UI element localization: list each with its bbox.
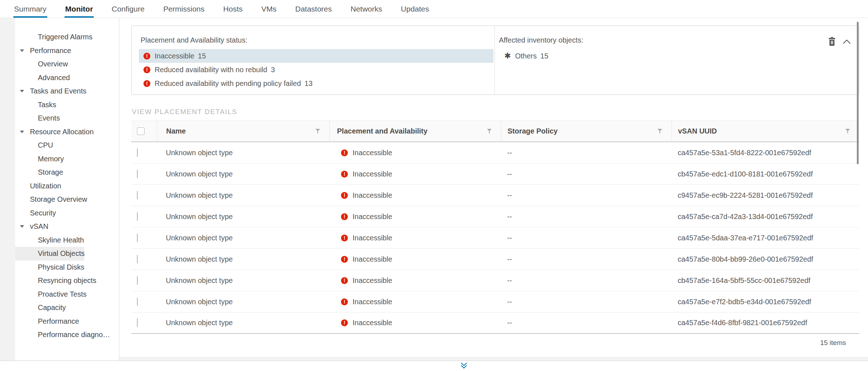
- tab-vms[interactable]: VMs: [261, 0, 277, 18]
- vsan-uuid: cb457a5e-164a-5bf5-55cc-001e67592edf: [672, 276, 859, 285]
- sidebar-item-proactive-tests[interactable]: Proactive Tests: [15, 288, 84, 301]
- object-name: Unknown object type: [157, 319, 329, 327]
- table-row[interactable]: Unknown object type Inaccessible -- ca45…: [131, 206, 859, 227]
- sidebar-item-performance-diagnostics[interactable]: Performance diagno…: [15, 328, 84, 342]
- tab-configure[interactable]: Configure: [111, 0, 145, 18]
- affected-row-others[interactable]: ✱ Others 15: [497, 49, 859, 63]
- table-row[interactable]: Unknown object type Inaccessible -- cb45…: [131, 270, 859, 291]
- sidebar-item-storage-overview[interactable]: Storage Overview: [15, 193, 84, 206]
- table-row[interactable]: Unknown object type Inaccessible -- ca45…: [131, 227, 859, 249]
- trash-icon[interactable]: [828, 37, 836, 46]
- sidebar-item-label: Tasks: [38, 101, 56, 109]
- sidebar-item-cpu[interactable]: CPU: [15, 139, 84, 152]
- double-chevron-down-icon[interactable]: [460, 362, 468, 371]
- sidebar-item-label: Physical Disks: [38, 263, 84, 271]
- table-row[interactable]: Unknown object type Inaccessible -- ca45…: [131, 249, 859, 270]
- row-checkbox[interactable]: [137, 212, 138, 221]
- row-checkbox[interactable]: [137, 318, 138, 327]
- sidebar-item-storage[interactable]: Storage: [15, 166, 84, 179]
- sidebar-item-label: Triggered Alarms: [38, 33, 93, 41]
- sidebar-item-advanced[interactable]: Advanced: [15, 71, 84, 85]
- status-row-inaccessible[interactable]: Inaccessible 15: [139, 49, 493, 63]
- status-label: Inaccessible: [155, 52, 194, 60]
- left-gutter: [0, 18, 15, 361]
- sidebar-item-tasks-and-events[interactable]: Tasks and Events: [15, 84, 84, 98]
- vertical-scrollbar-thumb[interactable]: [857, 22, 859, 164]
- sidebar-item-physical-disks[interactable]: Physical Disks: [15, 261, 84, 274]
- sidebar-item-vsan-performance[interactable]: Performance: [15, 315, 84, 328]
- sidebar-item-tasks[interactable]: Tasks: [15, 98, 84, 112]
- vsan-uuid: ca457a5e-e7f2-bdb5-e34d-001e67592edf: [672, 298, 859, 306]
- collapse-panel-chevron-icon[interactable]: [843, 39, 851, 44]
- row-checkbox[interactable]: [137, 233, 138, 242]
- caret-down-icon[interactable]: [20, 131, 24, 133]
- sidebar-item-utilization[interactable]: Utilization: [15, 179, 84, 193]
- placement-status-panel: Placement and Availability status: Inacc…: [131, 26, 859, 95]
- caret-down-icon[interactable]: [20, 225, 24, 228]
- select-all-checkbox[interactable]: [137, 127, 145, 135]
- sidebar-item-memory[interactable]: Memory: [15, 152, 84, 166]
- placement-status: Inaccessible: [353, 149, 392, 157]
- tab-permissions[interactable]: Permissions: [163, 0, 205, 18]
- row-checkbox[interactable]: [137, 170, 138, 178]
- row-checkbox[interactable]: [137, 148, 138, 157]
- status-row-reduced-pending-policy[interactable]: Reduced availability with pending policy…: [139, 77, 493, 90]
- sidebar-item-overview[interactable]: Overview: [15, 57, 84, 71]
- status-label: Reduced availability with no rebuild: [155, 66, 267, 74]
- tab-datastores[interactable]: Datastores: [294, 0, 333, 18]
- sidebar-item-performance[interactable]: Performance: [15, 44, 84, 58]
- row-checkbox[interactable]: [137, 255, 138, 263]
- table-row[interactable]: Unknown object type Inaccessible -- cb45…: [131, 163, 859, 185]
- status-row-reduced-no-rebuild[interactable]: Reduced availability with no rebuild 3: [139, 63, 493, 77]
- sidebar-item-resyncing-objects[interactable]: Resyncing objects: [15, 274, 84, 288]
- sidebar-item-label: Capacity: [38, 304, 66, 312]
- tab-hosts[interactable]: Hosts: [222, 0, 243, 18]
- table-row[interactable]: Unknown object type Inaccessible -- ca45…: [131, 291, 859, 313]
- tab-networks[interactable]: Networks: [350, 0, 383, 18]
- error-icon: [143, 80, 150, 87]
- view-placement-details-button[interactable]: VIEW PLACEMENT DETAILS: [132, 108, 868, 116]
- row-checkbox[interactable]: [137, 297, 138, 306]
- tab-updates[interactable]: Updates: [400, 0, 430, 18]
- sidebar-item-label: Storage Overview: [30, 195, 87, 204]
- caret-down-icon[interactable]: [20, 90, 24, 92]
- sidebar-item-security[interactable]: Security: [15, 206, 84, 220]
- tab-monitor[interactable]: Monitor: [65, 0, 94, 18]
- object-name: Unknown object type: [157, 213, 329, 221]
- object-name: Unknown object type: [157, 234, 329, 242]
- caret-down-icon[interactable]: [20, 49, 24, 52]
- filter-icon[interactable]: [657, 129, 662, 134]
- row-checkbox[interactable]: [137, 276, 138, 285]
- sidebar-item-skyline-health[interactable]: Skyline Health: [15, 233, 84, 247]
- table-header-row: Name Placement and Availability Storage …: [131, 121, 859, 142]
- vsan-uuid: ca457a5e-ca7d-42a3-13d4-001e67592edf: [672, 213, 859, 221]
- row-checkbox[interactable]: [137, 191, 138, 200]
- error-icon: [341, 192, 348, 199]
- bottom-bar: [0, 361, 868, 371]
- error-icon: [143, 53, 150, 60]
- column-header-name: Name: [166, 127, 186, 135]
- status-rows: Inaccessible 15 Reduced availability wit…: [139, 49, 493, 90]
- sidebar-item-resource-allocation[interactable]: Resource Allocation: [15, 125, 84, 139]
- sidebar-item-triggered-alarms[interactable]: Triggered Alarms: [15, 30, 84, 44]
- tab-summary[interactable]: Summary: [13, 0, 47, 18]
- sidebar-item-events[interactable]: Events: [15, 112, 84, 125]
- sidebar-item-vsan[interactable]: vSAN: [15, 220, 84, 233]
- error-icon: [341, 149, 348, 156]
- table-row[interactable]: Unknown object type Inaccessible -- c945…: [131, 185, 859, 206]
- table-row[interactable]: Unknown object type Inaccessible -- ca45…: [131, 313, 859, 334]
- filter-icon[interactable]: [845, 129, 850, 134]
- sidebar-item-capacity[interactable]: Capacity: [15, 301, 84, 315]
- placement-status: Inaccessible: [353, 276, 392, 285]
- placement-status: Inaccessible: [353, 234, 392, 242]
- placement-status: Inaccessible: [353, 298, 392, 306]
- storage-policy: --: [501, 234, 672, 242]
- sidebar-item-virtual-objects[interactable]: Virtual Objects: [15, 247, 84, 261]
- error-icon: [341, 319, 348, 326]
- table-row[interactable]: Unknown object type Inaccessible -- ca45…: [131, 142, 859, 163]
- status-count: 15: [198, 52, 206, 60]
- object-name: Unknown object type: [157, 255, 329, 263]
- filter-icon[interactable]: [487, 129, 492, 134]
- storage-policy: --: [501, 298, 672, 306]
- filter-icon[interactable]: [315, 129, 320, 134]
